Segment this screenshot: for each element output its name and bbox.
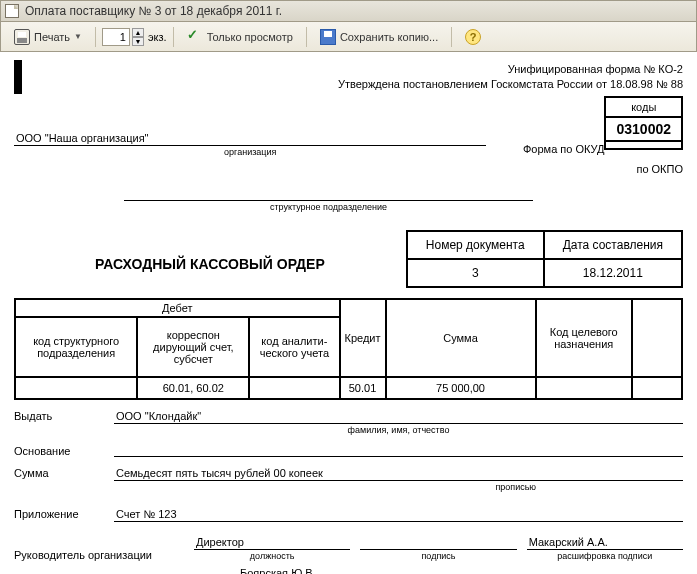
sum-label: Сумма: [14, 467, 114, 481]
spin-down-icon[interactable]: ▼: [132, 37, 144, 46]
document-icon: [5, 4, 19, 18]
toolbar-divider: [95, 27, 96, 47]
basis-value: [114, 445, 683, 457]
form-approved: Утверждена постановлением Госкомстата Ро…: [14, 77, 683, 92]
acc-sign: [194, 567, 228, 574]
org-sublabel: организация: [14, 147, 486, 157]
copies-input[interactable]: [102, 28, 130, 46]
chevron-down-icon: ▼: [74, 32, 82, 41]
subunit-sublabel: структурное подразделение: [124, 202, 533, 212]
toolbar-divider: [173, 27, 174, 47]
okud-label: Форма по ОКУД: [494, 143, 604, 157]
basis-label: Основание: [14, 445, 114, 457]
decode-sub: расшифровка подписи: [527, 551, 683, 561]
okud-value: 0310002: [605, 117, 682, 141]
pos-sub: должность: [194, 551, 350, 561]
okpo-label: по ОКПО: [573, 163, 683, 177]
issue-sublabel: фамилия, имя, отчество: [114, 425, 683, 435]
codes-label: коды: [605, 97, 682, 117]
help-button[interactable]: ?: [458, 26, 488, 48]
check-icon: [187, 29, 203, 45]
toolbar-divider: [451, 27, 452, 47]
codes-table: коды 0310002: [604, 96, 683, 150]
subunit-field: [124, 189, 533, 201]
th-sum: Сумма: [386, 299, 536, 377]
print-icon: [14, 29, 30, 45]
form-header: Унифицированная форма № КО-2 Утверждена …: [14, 62, 683, 92]
window-titlebar: Оплата поставщику № 3 от 18 декабря 2011…: [0, 0, 697, 22]
print-button[interactable]: Печать ▼: [7, 26, 89, 48]
th-debit: Дебет: [15, 299, 340, 317]
save-icon: [320, 29, 336, 45]
form-code-title: Унифицированная форма № КО-2: [14, 62, 683, 77]
cell-struct: [15, 377, 137, 399]
acc-name: Боярская Ю.В.: [238, 567, 333, 574]
doc-date-label: Дата составления: [544, 231, 682, 259]
margin-marker: [14, 60, 22, 94]
spin-up-icon[interactable]: ▲: [132, 28, 144, 37]
attach-value: Счет № 123: [114, 508, 683, 522]
cell-anal: [249, 377, 339, 399]
toolbar-divider: [306, 27, 307, 47]
head-position: Директор: [194, 536, 350, 550]
issue-value: ООО "Клондайк": [114, 410, 683, 424]
cell-sum: 75 000,00: [386, 377, 536, 399]
doc-num-label: Номер документа: [407, 231, 544, 259]
head-label: Руководитель организации: [14, 549, 184, 561]
copies-unit: экз.: [148, 31, 167, 43]
th-struct: код структурного подразделения: [15, 317, 137, 377]
save-copy-label: Сохранить копию...: [340, 31, 438, 43]
document-title: РАСХОДНЫЙ КАССОВЫЙ ОРДЕР: [14, 230, 406, 272]
main-data-table: Дебет Кредит Сумма Код целевого назначен…: [14, 298, 683, 400]
th-extra: [632, 299, 682, 377]
cell-corr: 60.01, 60.02: [137, 377, 249, 399]
sum-value: Семьдесят пять тысяч рублей 00 копеек: [114, 467, 683, 481]
doc-number-table: Номер документа Дата составления 3 18.12…: [406, 230, 683, 288]
org-name: ООО "Наша организация": [14, 132, 486, 146]
okpo-value: [605, 141, 682, 149]
issue-label: Выдать: [14, 410, 114, 424]
table-row: 60.01, 60.02 50.01 75 000,00: [15, 377, 682, 399]
save-copy-button[interactable]: Сохранить копию...: [313, 26, 445, 48]
th-corr: корреспон дирующий счет, субсчет: [137, 317, 249, 377]
print-label: Печать: [34, 31, 70, 43]
help-icon: ?: [465, 29, 481, 45]
sum-sublabel: прописью: [349, 482, 684, 492]
th-anal: код аналити-ческого учета: [249, 317, 339, 377]
document-page: Унифицированная форма № КО-2 Утверждена …: [0, 52, 697, 574]
cell-target: [536, 377, 632, 399]
copies-spinner[interactable]: ▲ ▼: [102, 28, 144, 46]
sign-sub: подпись: [360, 551, 516, 561]
doc-date: 18.12.2011: [544, 259, 682, 287]
toolbar: Печать ▼ ▲ ▼ экз. Только просмотр Сохран…: [0, 22, 697, 52]
head-sign: [360, 536, 516, 550]
cell-credit: 50.01: [340, 377, 386, 399]
cell-extra: [632, 377, 682, 399]
view-only-button[interactable]: Только просмотр: [180, 26, 300, 48]
view-only-label: Только просмотр: [207, 31, 293, 43]
th-credit: Кредит: [340, 299, 386, 377]
attach-label: Приложение: [14, 508, 114, 522]
window-title: Оплата поставщику № 3 от 18 декабря 2011…: [25, 4, 282, 18]
th-target: Код целевого назначения: [536, 299, 632, 377]
doc-num: 3: [407, 259, 544, 287]
head-name: Макарский А.А.: [527, 536, 683, 550]
